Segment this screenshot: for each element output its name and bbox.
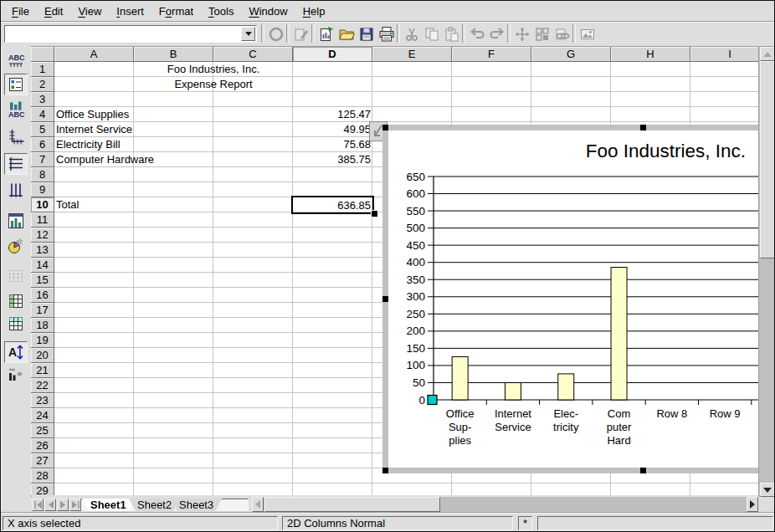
- row-header-2[interactable]: 2: [31, 77, 54, 92]
- data-in-rows-button[interactable]: [4, 290, 28, 312]
- vertical-grid-toggle-button[interactable]: [4, 180, 28, 202]
- row-header-22[interactable]: 22: [31, 378, 54, 393]
- chart-legend-toggle-button[interactable]: [4, 74, 28, 95]
- column-header-E[interactable]: E: [372, 47, 452, 62]
- column-header-H[interactable]: H: [611, 47, 690, 62]
- menu-window[interactable]: Window: [241, 3, 295, 20]
- row-header-18[interactable]: 18: [31, 318, 54, 333]
- row-header-20[interactable]: 20: [31, 348, 54, 363]
- chart-axes-titles-toggle-button[interactable]: ABC: [4, 99, 28, 120]
- navigator-button[interactable]: [512, 24, 531, 43]
- row-header-6[interactable]: 6: [31, 137, 54, 152]
- row-header-9[interactable]: 9: [31, 182, 54, 197]
- chart-handle-bottom-middle[interactable]: [640, 468, 646, 473]
- fill-handle[interactable]: [371, 210, 378, 217]
- menu-format[interactable]: Format: [151, 3, 201, 20]
- sheet-tab-sheet3[interactable]: Sheet3: [171, 499, 222, 511]
- column-header-D[interactable]: D: [293, 47, 372, 62]
- row-header-5[interactable]: 5: [31, 122, 54, 137]
- row-header-11[interactable]: 11: [31, 212, 54, 228]
- chart-titles-toggle-button[interactable]: ABC: [4, 50, 28, 72]
- gallery-button[interactable]: [577, 24, 597, 43]
- chart-autoformat-button[interactable]: [4, 235, 28, 257]
- spreadsheet-grid[interactable]: ABCDEFGHI1234567891011121314151617181920…: [31, 47, 758, 495]
- row-header-23[interactable]: 23: [31, 393, 54, 408]
- chart-type-button[interactable]: [4, 210, 28, 232]
- row-header-19[interactable]: 19: [31, 333, 54, 348]
- row-header-26[interactable]: 26: [31, 438, 54, 453]
- scroll-right-button[interactable]: [747, 497, 758, 512]
- copy-button[interactable]: [422, 24, 441, 43]
- last-sheet-button[interactable]: [69, 499, 81, 511]
- url-input[interactable]: [6, 27, 245, 41]
- x-axis-label[interactable]: Row 8: [656, 407, 687, 420]
- x-axis-label[interactable]: Elec-tricity: [553, 407, 579, 433]
- column-header-B[interactable]: B: [134, 47, 213, 62]
- chart-data-table-button[interactable]: [4, 265, 28, 287]
- menu-edit[interactable]: Edit: [37, 3, 70, 20]
- row-header-14[interactable]: 14: [31, 258, 54, 273]
- row-header-13[interactable]: 13: [31, 243, 54, 258]
- x-axis-label[interactable]: ComputerHard: [607, 407, 632, 447]
- row-header-27[interactable]: 27: [31, 453, 54, 468]
- column-header-A[interactable]: A: [54, 47, 134, 62]
- column-header-I[interactable]: I: [690, 47, 758, 62]
- chart-axes-toggle-button[interactable]: [4, 126, 28, 148]
- scroll-down-button[interactable]: [760, 483, 775, 497]
- horizontal-grid-toggle-button[interactable]: [4, 153, 28, 175]
- horizontal-scroll-thumb[interactable]: [264, 497, 440, 512]
- column-header-G[interactable]: G: [531, 47, 611, 62]
- row-header-10[interactable]: 10: [31, 197, 54, 212]
- row-header-16[interactable]: 16: [31, 288, 54, 303]
- print-button[interactable]: [377, 24, 396, 43]
- open-button[interactable]: [336, 24, 356, 43]
- scroll-left-button[interactable]: [252, 497, 264, 512]
- url-dropdown-button[interactable]: [241, 27, 255, 41]
- row-header-3[interactable]: 3: [31, 92, 54, 107]
- menu-tools[interactable]: Tools: [201, 3, 241, 20]
- row-header-17[interactable]: 17: [31, 303, 54, 318]
- row-header-12[interactable]: 12: [31, 228, 54, 243]
- undo-button[interactable]: [467, 24, 486, 43]
- menu-insert[interactable]: Insert: [109, 3, 151, 20]
- save-button[interactable]: [357, 24, 376, 43]
- bar-4[interactable]: [611, 268, 627, 400]
- row-header-25[interactable]: 25: [31, 423, 54, 438]
- new-document-button[interactable]: [316, 24, 336, 43]
- next-sheet-button[interactable]: [57, 499, 69, 511]
- scroll-up-button[interactable]: [760, 47, 775, 61]
- bar-2[interactable]: [505, 382, 521, 400]
- stylist-button[interactable]: [532, 24, 552, 43]
- chart-handle-top-left[interactable]: [382, 125, 388, 130]
- hyperlink-button[interactable]: [552, 24, 572, 43]
- row-header-15[interactable]: 15: [31, 273, 54, 288]
- column-header-C[interactable]: C: [213, 47, 293, 62]
- data-in-columns-button[interactable]: [4, 313, 28, 335]
- x-axis-label[interactable]: InternetService: [495, 407, 531, 433]
- menu-file[interactable]: File: [4, 3, 37, 20]
- paste-button[interactable]: [442, 24, 461, 43]
- row-header-29[interactable]: 29: [31, 483, 54, 495]
- select-all-corner[interactable]: [31, 47, 54, 62]
- row-header-7[interactable]: 7: [31, 152, 54, 167]
- chart-handle-middle-left[interactable]: [382, 296, 388, 302]
- sheet-tab-sheet1[interactable]: Sheet1: [82, 499, 135, 511]
- bar-1[interactable]: [452, 356, 468, 400]
- reorganize-chart-button[interactable]: [4, 364, 28, 386]
- row-header-4[interactable]: 4: [31, 107, 54, 122]
- row-header-24[interactable]: 24: [31, 408, 54, 423]
- cut-button[interactable]: [402, 24, 421, 43]
- vertical-scrollbar[interactable]: [758, 47, 774, 497]
- chart-canvas[interactable]: Foo Industries, Inc.05010015020025030035…: [388, 130, 758, 468]
- stop-button[interactable]: [266, 24, 285, 43]
- horizontal-scrollbar[interactable]: [252, 497, 758, 512]
- first-sheet-button[interactable]: [32, 499, 44, 511]
- chart-title[interactable]: Foo Industries, Inc.: [586, 141, 746, 161]
- chart-handle-top-middle[interactable]: [640, 125, 646, 130]
- menu-view[interactable]: View: [70, 3, 109, 20]
- redo-button[interactable]: [487, 24, 506, 43]
- row-header-8[interactable]: 8: [31, 167, 54, 182]
- chart-handle-bottom-left[interactable]: [382, 468, 388, 473]
- url-combobox[interactable]: [4, 25, 257, 43]
- active-cell-selection[interactable]: 636.85: [291, 196, 374, 214]
